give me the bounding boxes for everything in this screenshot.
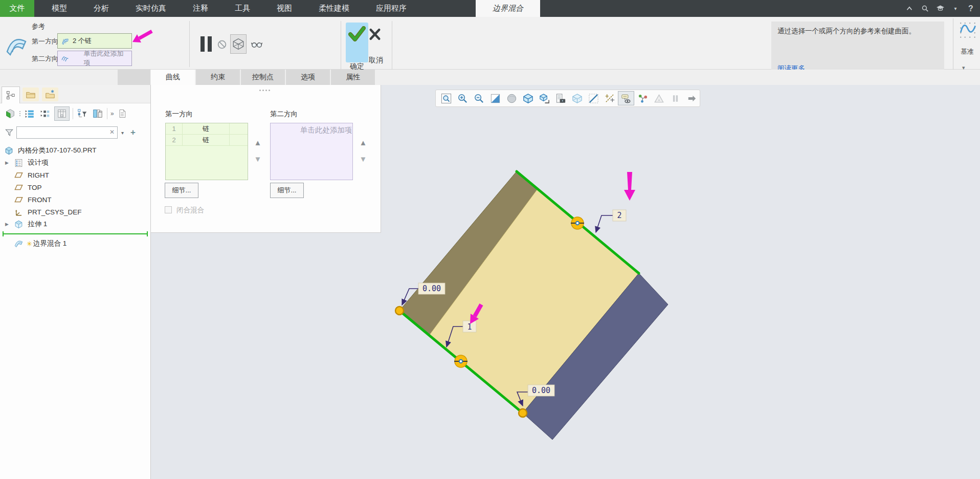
chain-label-box-2[interactable] xyxy=(613,210,626,221)
collapse-all-button[interactable] xyxy=(39,107,51,120)
tree-item[interactable]: ✳ 边界混合 1 xyxy=(0,237,150,250)
zoom-in-icon-icon[interactable] xyxy=(454,91,471,105)
cancel-button[interactable]: 取消 xyxy=(368,27,383,45)
menu-tab[interactable]: 视图 xyxy=(263,0,305,17)
zoom-out-icon-icon[interactable] xyxy=(471,91,487,105)
chain1-end-point[interactable] xyxy=(519,409,527,417)
menu-tab[interactable]: 实时仿真 xyxy=(122,0,180,17)
repaint-icon-icon[interactable] xyxy=(487,91,503,105)
chain-row[interactable]: 2 链 xyxy=(166,135,248,146)
first-direction-details-button[interactable]: 细节... xyxy=(165,183,198,198)
clear-search-icon[interactable]: ✕ xyxy=(109,128,115,136)
move-down-button[interactable]: ▼ xyxy=(254,155,262,163)
dashboard-tab[interactable]: 属性 xyxy=(331,70,375,85)
tree-columns-button[interactable] xyxy=(92,107,104,120)
view-manager-icon-icon[interactable] xyxy=(552,91,569,105)
pause-icon-icon[interactable] xyxy=(667,91,683,105)
chain-1-edge[interactable] xyxy=(399,311,523,413)
display-style-icon-icon[interactable] xyxy=(520,91,536,105)
search-icon[interactable] xyxy=(920,4,930,14)
learning-caret-icon[interactable]: ▾ xyxy=(950,4,961,14)
verify-glasses-button[interactable] xyxy=(249,37,265,51)
active-context-tab[interactable]: 边界混合 xyxy=(476,0,540,17)
move-up-button-2[interactable]: ▲ xyxy=(359,139,367,146)
closed-blend-checkbox[interactable] xyxy=(165,206,172,213)
expand-arrow-icon[interactable]: ▶ xyxy=(5,160,14,165)
datum-display-icon-icon[interactable] xyxy=(602,91,618,105)
first-direction-collector[interactable]: 2 个链 xyxy=(57,33,132,49)
resume-icon-icon[interactable] xyxy=(683,91,700,105)
tree-search-input[interactable]: ✕ xyxy=(16,126,118,139)
move-up-button[interactable]: ▲ xyxy=(254,139,262,146)
datum-label[interactable]: 基准 xyxy=(956,47,978,56)
chain-row[interactable]: 1 链 xyxy=(166,123,248,135)
chain1-start-point[interactable] xyxy=(395,307,404,315)
search-caret-icon[interactable]: ▾ xyxy=(120,130,125,136)
tree-item[interactable]: ▶ 拉伸 1 xyxy=(0,218,150,230)
help-icon[interactable]: ? xyxy=(966,4,976,14)
extrude-side-face[interactable] xyxy=(523,273,668,440)
tree-filters-button[interactable] xyxy=(76,107,88,120)
no-preview-button[interactable] xyxy=(216,38,228,51)
zoom-fit-icon-icon[interactable] xyxy=(438,91,454,105)
preview-geometry-button[interactable] xyxy=(230,34,247,54)
extrude-icon xyxy=(14,220,24,229)
file-menu-button[interactable]: 文件 xyxy=(0,0,34,17)
tree-item[interactable] xyxy=(0,230,150,237)
datum-spline-icon[interactable] xyxy=(958,20,977,40)
chain-number-1: 1 xyxy=(467,322,472,332)
chain-label-box-1[interactable] xyxy=(463,321,476,332)
menu-tab[interactable]: 注释 xyxy=(180,0,221,17)
tangency-label-box-1[interactable] xyxy=(418,283,445,294)
tree-settings-page-button[interactable] xyxy=(116,107,128,120)
chain2-direction-handle[interactable] xyxy=(571,217,584,229)
annotation-display-icon-icon[interactable] xyxy=(618,91,634,105)
dashboard-tab[interactable]: 约束 xyxy=(196,70,240,85)
tree-columns-toggle[interactable] xyxy=(54,106,70,121)
tangency-label-box-2[interactable] xyxy=(528,385,554,396)
tree-item[interactable]: TOP xyxy=(0,181,150,193)
analysis-warning-icon-icon[interactable] xyxy=(651,91,667,105)
menu-tab[interactable]: 分析 xyxy=(80,0,122,17)
perspective-icon-icon[interactable] xyxy=(569,91,585,105)
tree-item[interactable]: ▶ 设计项 xyxy=(0,157,150,169)
overflow-chevron-icon[interactable]: » xyxy=(110,110,113,117)
move-down-button-2[interactable]: ▼ xyxy=(359,155,367,163)
minimize-ribbon-icon[interactable] xyxy=(904,4,915,14)
second-direction-details-button[interactable]: 细节... xyxy=(270,183,304,198)
learning-center-icon[interactable] xyxy=(935,4,945,14)
shading-icon-icon[interactable] xyxy=(503,91,520,105)
second-direction-collector[interactable]: 单击此处添加项 xyxy=(57,51,132,66)
show-button[interactable] xyxy=(4,107,16,120)
expand-all-button[interactable] xyxy=(24,107,36,120)
first-direction-list[interactable]: 1 链 2 链 xyxy=(165,123,248,180)
chain-2-edge[interactable] xyxy=(517,171,639,273)
menu-tab[interactable]: 模型 xyxy=(38,0,80,17)
tree-item[interactable]: FRONT xyxy=(0,193,150,206)
panel-drag-handle-icon[interactable] xyxy=(259,90,261,91)
csys-icon xyxy=(14,207,24,217)
dashboard-tab[interactable]: 控制点 xyxy=(241,70,285,85)
folder-browser-button[interactable] xyxy=(23,88,39,101)
model-tree-tab[interactable] xyxy=(2,86,20,103)
tree-item[interactable]: PRT_CSYS_DEF xyxy=(0,206,150,218)
dashboard-tab[interactable]: 曲线 xyxy=(151,70,195,85)
chain1-direction-handle[interactable] xyxy=(454,355,467,367)
add-filter-icon[interactable]: + xyxy=(127,127,136,138)
dashboard-tab[interactable]: 选项 xyxy=(286,70,330,85)
pause-feature-button[interactable] xyxy=(198,35,214,53)
expand-arrow-icon[interactable]: ▶ xyxy=(5,222,14,227)
tree-item[interactable]: 内格分类107-107-50.PRT xyxy=(0,144,150,157)
plane-icon xyxy=(14,195,24,205)
tree-item[interactable]: RIGHT xyxy=(0,169,150,181)
spin-center-icon-icon[interactable] xyxy=(634,91,651,105)
saved-orientations-icon-icon[interactable] xyxy=(536,91,552,105)
section-icon-icon[interactable] xyxy=(585,91,602,105)
menu-tab[interactable]: 工具 xyxy=(221,0,263,17)
extrude-top-face[interactable] xyxy=(399,171,538,335)
menu-tab[interactable]: 应用程序 xyxy=(363,0,420,17)
boundary-blend-preview-surface[interactable] xyxy=(429,189,639,413)
second-direction-list[interactable]: 单击此处添加项 xyxy=(270,123,353,180)
menu-tab[interactable]: 柔性建模 xyxy=(305,0,363,17)
favorites-folder-button[interactable] xyxy=(42,88,58,101)
